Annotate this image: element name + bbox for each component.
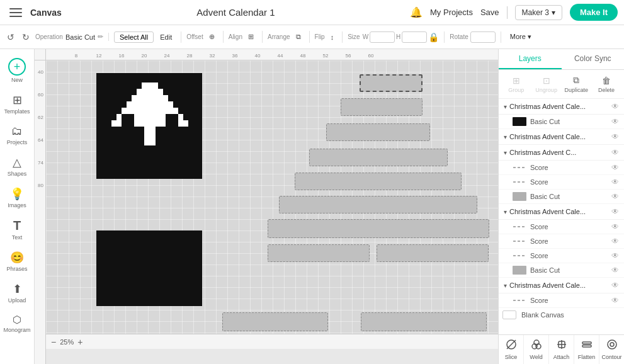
sidebar-item-phrases[interactable]: 😊 Phrases [3, 247, 31, 276]
eye-icon[interactable]: 👁 [611, 178, 619, 186]
gray-bar-9a[interactable] [222, 312, 328, 331]
height-input[interactable] [402, 31, 427, 43]
gray-bar-3[interactable] [326, 123, 430, 141]
gray-bar-1[interactable] [360, 74, 423, 92]
topbar: Canvas Advent Calendar 1 🔔 My Projects S… [0, 0, 624, 25]
tab-layers[interactable]: Layers [499, 49, 562, 69]
layer-item-score-3[interactable]: Score 👁 [499, 220, 624, 234]
layer-group-1[interactable]: ▾ Christmas Advent Cale... 👁 [499, 99, 624, 115]
sidebar-item-images[interactable]: 💡 Images [3, 183, 31, 212]
save-button[interactable]: Save [480, 8, 499, 17]
contour-button[interactable]: Contour [599, 335, 624, 364]
ruler-mark: 20 [133, 53, 156, 59]
zoom-minus-button[interactable]: − [51, 337, 56, 347]
undo-button[interactable]: ↺ [5, 30, 16, 44]
eye-icon[interactable]: 👁 [611, 192, 619, 201]
layer-item-basic-cut-3[interactable]: Basic Cut 👁 [499, 263, 624, 278]
canvas-content[interactable]: − 25% + [46, 60, 498, 349]
notifications-button[interactable]: 🔔 [410, 6, 423, 18]
eye-icon[interactable]: 👁 [611, 117, 619, 126]
delete-button[interactable]: 🗑 Delete [593, 73, 620, 96]
ungroup-button[interactable]: ⊡ Ungroup [533, 73, 560, 96]
gray-bar-7[interactable] [268, 219, 489, 238]
offset-button[interactable]: ⊕ [206, 31, 218, 43]
eye-icon[interactable]: 👁 [611, 251, 619, 260]
black-rect-base[interactable] [96, 230, 202, 306]
layer-group-5[interactable]: ▾ Christmas Advent Cale... 👁 [499, 278, 624, 293]
align-button[interactable]: ⊞ [245, 31, 257, 43]
eye-icon[interactable]: 👁 [611, 281, 619, 290]
rotate-label: Rotate [450, 33, 468, 40]
group-button[interactable]: ⊞ Group [502, 73, 530, 96]
slice-button[interactable]: Slice [499, 335, 524, 364]
weld-button[interactable]: Weld [524, 335, 549, 364]
width-input[interactable] [370, 31, 395, 43]
zoom-plus-button[interactable]: + [77, 337, 82, 347]
eye-icon[interactable]: 👁 [611, 163, 619, 172]
flip-button[interactable]: ↕ [327, 31, 338, 43]
eye-icon[interactable]: 👁 [611, 237, 619, 246]
select-all-button[interactable]: Select All [114, 31, 154, 43]
eye-icon[interactable]: 👁 [611, 266, 619, 275]
more-button[interactable]: More ▾ [506, 31, 535, 42]
layer-group-2[interactable]: ▾ Christmas Advent Cale... 👁 [499, 129, 624, 145]
sidebar-item-templates[interactable]: ⊞ Templates [3, 89, 31, 118]
sidebar-item-monogram[interactable]: ⬡ Monogram [3, 310, 31, 337]
layer-item-score-4[interactable]: Score 👁 [499, 234, 624, 249]
layer-item-score-6[interactable]: Score 👁 [499, 293, 624, 308]
arrange-button[interactable]: ⧉ [293, 31, 304, 43]
new-circle-button[interactable]: + [8, 58, 26, 76]
gray-bar-9b[interactable] [361, 312, 487, 331]
gray-bar-4[interactable] [309, 149, 448, 166]
layer-item-score-5[interactable]: Score 👁 [499, 249, 624, 263]
align-label: Align [229, 33, 242, 40]
ruler-mark: 36 [224, 53, 246, 59]
layer-item-basic-cut-2[interactable]: Basic Cut 👁 [499, 190, 624, 204]
redo-button[interactable]: ↻ [20, 30, 31, 44]
layer-item-score-1[interactable]: Score 👁 [499, 161, 624, 175]
blank-canvas-row[interactable]: Blank Canvas [499, 308, 624, 322]
eye-icon[interactable]: 👁 [611, 148, 619, 157]
rotate-input[interactable] [470, 31, 496, 43]
attach-button[interactable]: Attach [549, 335, 574, 364]
flatten-button[interactable]: Flatten [574, 335, 599, 364]
edit-button[interactable]: Edit [156, 32, 176, 42]
layers-container[interactable]: ▾ Christmas Advent Cale... 👁 Basic Cut 👁… [499, 99, 624, 334]
eye-icon[interactable]: 👁 [611, 102, 619, 111]
flatten-icon [581, 339, 593, 353]
duplicate-button[interactable]: ⧉ Duplicate [563, 72, 591, 96]
tab-color-sync[interactable]: Color Sync [562, 49, 625, 69]
eye-icon[interactable]: 👁 [611, 296, 619, 305]
contour-label: Contour [601, 354, 621, 360]
gray-bar-5[interactable] [295, 173, 462, 190]
chevron-down-icon: ▾ [504, 149, 507, 156]
make-it-button[interactable]: Make It [570, 4, 618, 21]
zoom-level: 25% [60, 338, 74, 346]
attach-icon [556, 339, 567, 353]
layer-item-score-2[interactable]: Score 👁 [499, 175, 624, 190]
my-projects-button[interactable]: My Projects [430, 8, 473, 17]
gray-bar-8a[interactable] [268, 244, 370, 262]
hamburger-menu-button[interactable] [6, 6, 25, 19]
layer-group-4[interactable]: ▾ Christmas Advent Cale... 👁 [499, 204, 624, 220]
sidebar-item-text[interactable]: T Text [3, 215, 31, 244]
ruler-mark: 28 [178, 53, 201, 59]
gray-bar-8b[interactable] [377, 244, 489, 262]
lock-aspect-button[interactable]: 🔒 [428, 32, 439, 42]
sidebar-item-new[interactable]: + New [3, 54, 31, 87]
sidebar-item-shapes[interactable]: △ Shapes [3, 152, 31, 181]
eye-icon[interactable]: 👁 [611, 132, 619, 141]
machine-selector-button[interactable]: Maker 3 ▾ [515, 5, 562, 20]
eye-icon[interactable]: 👁 [611, 222, 619, 231]
layer-item-basic-cut-1[interactable]: Basic Cut 👁 [499, 115, 624, 129]
eye-icon[interactable]: 👁 [611, 207, 619, 216]
layer-group-1-name: Christmas Advent Cale... [509, 103, 609, 110]
layer-group-3[interactable]: ▾ Christmas Advent C... 👁 [499, 145, 624, 161]
canvas-area[interactable]: 8 12 16 20 24 28 32 36 40 44 48 52 56 60… [35, 49, 498, 364]
gray-bar-6[interactable] [279, 196, 477, 213]
sidebar-item-upload[interactable]: ⬆ Upload [3, 278, 31, 307]
layer-item-score-6-name: Score [530, 297, 608, 304]
sidebar-item-projects[interactable]: 🗂 Projects [3, 121, 31, 149]
gray-bar-2[interactable] [341, 98, 423, 116]
ruler-mark: 16 [110, 53, 133, 59]
